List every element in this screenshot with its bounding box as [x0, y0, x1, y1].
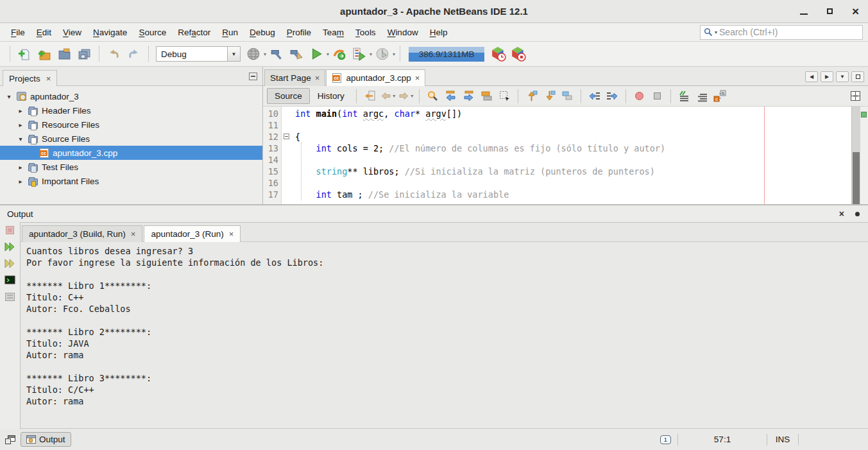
restore-icon[interactable]: [827, 8, 833, 14]
menu-edit[interactable]: Edit: [31, 25, 57, 40]
menu-tools[interactable]: Tools: [350, 25, 382, 40]
memory-indicator[interactable]: 386.9/1311MB: [409, 47, 484, 62]
search-input[interactable]: [719, 27, 859, 37]
source-view-button[interactable]: Source: [267, 88, 310, 104]
maximize-window-button[interactable]: [851, 71, 864, 82]
tree-item-important-files[interactable]: ▸Important Files: [0, 174, 262, 188]
menu-view[interactable]: View: [57, 25, 87, 40]
window-menu-icon[interactable]: [855, 212, 860, 216]
debug-project-button[interactable]: [329, 44, 349, 64]
connect-button[interactable]: [243, 44, 263, 64]
code-line-13[interactable]: 13 int cols = 2; //El número de columnas…: [263, 143, 868, 154]
search-box[interactable]: ▾: [700, 25, 863, 40]
shift-left-button[interactable]: [586, 88, 603, 105]
rerun-with-args-icon[interactable]: [4, 257, 16, 270]
menu-team[interactable]: Team: [317, 25, 350, 40]
code-editor[interactable]: 10int main(int argc, char* argv[])1112{1…: [263, 107, 868, 204]
uncomment-button[interactable]: [694, 88, 711, 105]
menu-window[interactable]: Window: [382, 25, 424, 40]
combo-arrow-icon[interactable]: ▼: [227, 47, 240, 61]
output-window-toggle-button[interactable]: Output: [21, 432, 71, 447]
expander-icon[interactable]: ▸: [17, 107, 24, 114]
expander-icon[interactable]: ▾: [5, 93, 13, 100]
code-line-12[interactable]: 12{: [263, 131, 868, 143]
output-console[interactable]: Cuantos libros desea ingresar? 3Por favo…: [21, 242, 868, 429]
find-next-button[interactable]: [460, 88, 477, 105]
projects-tab[interactable]: Projects ×: [3, 70, 57, 86]
redo-button[interactable]: [124, 44, 144, 64]
open-project-button[interactable]: [55, 44, 74, 64]
tab-close-icon[interactable]: ×: [415, 73, 420, 83]
tab-close-icon[interactable]: ×: [229, 229, 234, 239]
profiler-stop-button[interactable]: [508, 44, 528, 64]
history-view-button[interactable]: History: [311, 89, 352, 103]
menu-profile[interactable]: Profile: [281, 25, 317, 40]
stop-macro-recording-button[interactable]: [649, 88, 666, 105]
rectangular-selection-button[interactable]: [496, 88, 513, 105]
run-project-button[interactable]: [306, 44, 326, 64]
menu-refactor[interactable]: Refactor: [172, 25, 216, 40]
clean-build-button[interactable]: [286, 44, 306, 64]
expander-icon[interactable]: ▸: [17, 178, 24, 185]
output-tab[interactable]: apuntador_3 (Run)×: [144, 225, 241, 242]
new-project-button[interactable]: [35, 44, 55, 64]
output-tab[interactable]: apuntador_3 (Build, Run)×: [22, 225, 142, 242]
shift-right-button[interactable]: [604, 88, 621, 105]
close-icon[interactable]: ×: [852, 5, 859, 17]
tree-item-apuntador-3-cpp[interactable]: apuntador_3.cpp: [0, 146, 262, 160]
notifications-badge[interactable]: 1: [660, 435, 671, 444]
search-dropdown-caret-icon[interactable]: ▾: [715, 30, 717, 35]
tree-item-test-files[interactable]: ▸Test Files: [0, 160, 262, 174]
new-file-button[interactable]: [15, 44, 35, 64]
menu-source[interactable]: Source: [133, 25, 172, 40]
scrollbar-thumb[interactable]: [853, 152, 860, 204]
back-button[interactable]: ▾: [379, 88, 396, 105]
code-line-11[interactable]: 11: [263, 119, 868, 131]
close-output-icon[interactable]: ×: [839, 209, 844, 219]
toggle-highlight-button[interactable]: [478, 88, 495, 105]
menu-help[interactable]: Help: [424, 25, 454, 40]
profiler-snapshot-button[interactable]: [488, 44, 508, 64]
forward-button[interactable]: ▾: [397, 88, 414, 105]
terminal-icon[interactable]: [4, 274, 16, 286]
dock-window-icon[interactable]: [5, 435, 15, 444]
profile-gauge-button[interactable]: [372, 44, 392, 64]
comment-button[interactable]: [676, 88, 693, 105]
code-line-15[interactable]: 15 string** libros; //Si inicializa la m…: [263, 166, 868, 177]
toggle-bookmark-button[interactable]: [559, 88, 576, 105]
tab-list-dropdown-button[interactable]: ▼: [836, 71, 849, 82]
menu-file[interactable]: File: [5, 25, 31, 40]
fold-toggle-icon[interactable]: [282, 131, 293, 143]
tree-item-apuntador-3[interactable]: ▾apuntador_3: [0, 89, 262, 103]
save-all-button[interactable]: [74, 44, 94, 64]
editor-tab-start-page[interactable]: Start Page×: [264, 69, 325, 86]
menu-run[interactable]: Run: [216, 25, 244, 40]
last-edit-button[interactable]: [361, 88, 379, 105]
build-project-button[interactable]: [266, 44, 286, 64]
minimize-panel-icon[interactable]: [249, 73, 257, 80]
no-errors-badge[interactable]: [861, 112, 867, 117]
code-line-14[interactable]: 14: [263, 154, 868, 166]
tree-item-source-files[interactable]: ▾Source Files: [0, 132, 262, 146]
rerun-icon[interactable]: [4, 241, 16, 253]
start-macro-recording-button[interactable]: [631, 88, 648, 105]
split-editor-button[interactable]: [847, 88, 864, 105]
profile-project-button[interactable]: [349, 44, 369, 64]
code-line-17[interactable]: 17 int tam ; //Se inicializa la variable: [263, 189, 868, 200]
tree-item-header-files[interactable]: ▸Header Files: [0, 103, 262, 117]
code-line-10[interactable]: 10int main(int argc, char* argv[]): [263, 108, 868, 119]
menu-navigate[interactable]: Navigate: [87, 25, 133, 40]
scroll-tabs-right-button[interactable]: ▶: [821, 71, 833, 82]
tree-item-resource-files[interactable]: ▸Resource Files: [0, 117, 262, 132]
tab-close-icon[interactable]: ×: [131, 229, 136, 239]
expander-icon[interactable]: ▾: [17, 135, 24, 143]
minimize-icon[interactable]: [800, 13, 808, 15]
find-previous-button[interactable]: [442, 88, 459, 105]
editor-vertical-scrollbar[interactable]: [851, 107, 860, 204]
find-button[interactable]: [424, 88, 441, 105]
code-line-16[interactable]: 16: [263, 177, 868, 189]
toggle-header-source-button[interactable]: hc: [711, 88, 729, 105]
previous-bookmark-button[interactable]: [523, 88, 540, 105]
config-combobox[interactable]: Debug ▼: [156, 46, 241, 62]
expander-icon[interactable]: ▸: [17, 164, 24, 171]
